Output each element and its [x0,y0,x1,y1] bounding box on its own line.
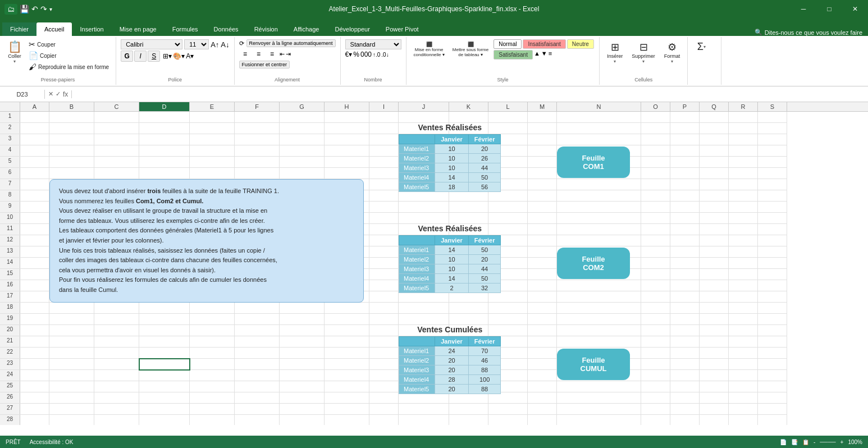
cell-O20[interactable] [641,325,670,336]
cell-A2[interactable] [20,123,49,134]
cell-L19[interactable] [488,314,528,325]
cell-I3[interactable] [369,134,399,145]
italic-button[interactable]: I [134,51,147,62]
cell-Q21[interactable] [700,336,729,348]
cell-J1[interactable] [399,112,449,123]
cell-B5[interactable] [49,157,94,168]
cell-A1[interactable] [20,112,49,123]
cell-Q28[interactable] [700,415,729,425]
cell-Q3[interactable] [700,134,729,145]
style-scroll-down[interactable]: ▼ [541,50,547,60]
cell-J10[interactable] [399,213,449,224]
cell-E20[interactable] [190,325,235,336]
cell-D1[interactable] [139,112,190,123]
cell-S23[interactable] [758,359,787,370]
cell-M13[interactable] [528,246,557,258]
cell-M2[interactable] [528,123,557,134]
cell-E22[interactable] [190,348,235,359]
cell-C25[interactable] [94,381,139,392]
tab-accueil[interactable]: Accueil [36,22,72,36]
col-header-D[interactable]: D [139,102,190,111]
indent-increase-icon[interactable]: ⇥ [286,51,291,58]
cell-K27[interactable] [449,404,488,415]
merge-center-button[interactable]: Fusionner et centrer [239,61,290,68]
cell-H3[interactable] [325,134,369,145]
cell-J19[interactable] [399,314,449,325]
cell-P14[interactable] [670,258,700,269]
cell-D20[interactable] [139,325,190,336]
cell-S10[interactable] [758,213,787,224]
col-header-J[interactable]: J [399,102,449,111]
cell-H28[interactable] [325,415,369,425]
cell-L9[interactable] [488,202,528,213]
cell-N20[interactable] [557,325,641,336]
formula-confirm-icon[interactable]: ✓ [56,90,61,98]
cell-C23[interactable] [94,359,139,370]
cell-A11[interactable] [20,224,49,235]
cell-E24[interactable] [190,370,235,381]
cell-L28[interactable] [488,415,528,425]
cell-Q16[interactable] [700,280,729,291]
col-header-C[interactable]: C [94,102,139,111]
cell-I6[interactable] [369,168,399,179]
cell-B21[interactable] [49,336,94,348]
currency-icon[interactable]: €▾ [345,51,353,58]
more-quick-access-icon[interactable]: ▾ [49,6,52,12]
cell-C24[interactable] [94,370,139,381]
cell-A9[interactable] [20,202,49,213]
style-scroll-up[interactable]: ▲ [534,50,540,60]
cell-A21[interactable] [20,336,49,348]
cell-S16[interactable] [758,280,787,291]
cell-A5[interactable] [20,157,49,168]
cell-I5[interactable] [369,157,399,168]
cell-K9[interactable] [449,202,488,213]
cell-N17[interactable] [557,291,641,303]
cell-B2[interactable] [49,123,94,134]
cell-S22[interactable] [758,348,787,359]
quick-access-toolbar[interactable]: 🗂 💾 ↶ ↷ ▾ [4,4,52,15]
cell-S12[interactable] [758,235,787,246]
cell-N26[interactable] [557,392,641,404]
cell-S4[interactable] [758,145,787,157]
cell-S5[interactable] [758,157,787,168]
cell-D2[interactable] [139,123,190,134]
font-grow-icon[interactable]: A↑ [211,40,219,49]
search-ribbon[interactable]: 🔍 Dites-nous ce que vous voulez faire [749,29,868,36]
cell-D6[interactable] [139,168,190,179]
cell-A7[interactable] [20,179,49,190]
cell-P15[interactable] [670,269,700,280]
tab-donnees[interactable]: Données [206,22,246,36]
cell-O28[interactable] [641,415,670,425]
cell-S21[interactable] [758,336,787,348]
cell-H23[interactable] [325,359,369,370]
tab-revision[interactable]: Révision [246,22,286,36]
cell-C5[interactable] [94,157,139,168]
cell-R23[interactable] [729,359,758,370]
cell-F19[interactable] [235,314,280,325]
cell-N21[interactable] [557,336,641,348]
align-right-button[interactable]: ≡ [266,48,278,60]
tab-mise-en-page[interactable]: Mise en page [112,22,165,36]
cell-R3[interactable] [729,134,758,145]
cell-D26[interactable] [139,392,190,404]
cell-A17[interactable] [20,291,49,303]
col-header-K[interactable]: K [449,102,488,111]
cell-R22[interactable] [729,348,758,359]
cell-A25[interactable] [20,381,49,392]
inserer-button[interactable]: ⊞ Insérer▾ [604,39,625,66]
cell-S14[interactable] [758,258,787,269]
cell-S6[interactable] [758,168,787,179]
cell-H6[interactable] [325,168,369,179]
feuille-button-1[interactable]: Feuille COM2 [557,248,630,279]
cell-C26[interactable] [94,392,139,404]
cell-Q13[interactable] [700,246,729,258]
cell-P21[interactable] [670,336,700,348]
cell-P22[interactable] [670,348,700,359]
underline-button[interactable]: S [148,51,160,62]
cell-D24[interactable] [139,370,190,381]
cell-O21[interactable] [641,336,670,348]
cell-P24[interactable] [670,370,700,381]
cell-R26[interactable] [729,392,758,404]
cell-D18[interactable] [139,303,190,314]
cell-G3[interactable] [280,134,325,145]
